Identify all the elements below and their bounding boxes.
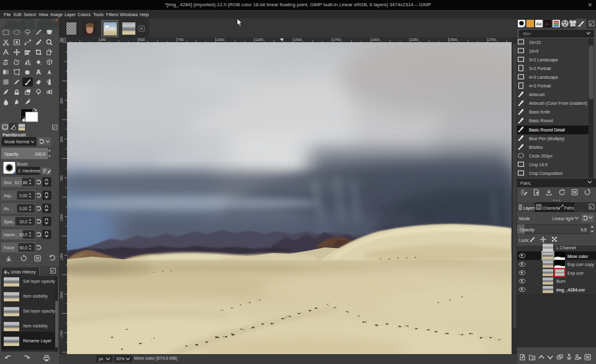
svg-text:1000: 1000 [217, 38, 224, 42]
svg-text:Brush: Brush [17, 162, 28, 166]
svg-text:2. Hardness 0: 2. Hardness 0 [18, 169, 43, 173]
svg-text:Exp corr: Exp corr [567, 271, 584, 276]
svg-text:0,00: 0,00 [19, 206, 27, 211]
svg-text:50,0: 50,0 [19, 246, 27, 250]
svg-text:Paths: Paths [564, 206, 574, 210]
svg-text:4×3 Portrait: 4×3 Portrait [529, 84, 551, 88]
svg-text:filter: filter [523, 32, 531, 36]
svg-text:0,00: 0,00 [19, 193, 27, 198]
svg-text:16×10: 16×10 [529, 40, 541, 45]
svg-text:500: 500 [60, 136, 63, 142]
svg-text:Aa: Aa [536, 22, 542, 26]
svg-text:Layers: Layers [523, 206, 535, 211]
svg-text:10,0: 10,0 [19, 220, 27, 224]
svg-text:Opacity: Opacity [520, 228, 535, 233]
svg-text:An...: An... [4, 206, 12, 211]
svg-text:Airbrush (Color From Gradient): Airbrush (Color From Gradient) [529, 101, 587, 106]
svg-text:3×2 Portrait: 3×2 Portrait [529, 66, 551, 71]
svg-text:1250: 1250 [256, 38, 263, 42]
svg-text:63,0: 63,0 [19, 233, 27, 237]
svg-text:250: 250 [101, 38, 106, 42]
svg-text:Force: Force [4, 246, 14, 250]
svg-text:More color: More color [567, 254, 589, 259]
svg-text:2000: 2000 [372, 38, 379, 42]
svg-text:Normal: Normal [16, 140, 30, 144]
svg-text:2750: 2750 [489, 38, 496, 42]
svg-text:Size: Size [4, 180, 12, 185]
svg-text:img_.4284.exr: img_.4284.exr [556, 288, 585, 293]
svg-text:Crop Composition: Crop Composition [529, 171, 563, 176]
svg-text:Basic Knife: Basic Knife [529, 110, 550, 114]
svg-text:Channels: Channels [543, 206, 559, 210]
svg-text:Asp...: Asp... [4, 193, 14, 198]
svg-text:Exp corr copy: Exp corr copy [567, 262, 594, 267]
svg-text:Airbrush: Airbrush [529, 92, 545, 97]
svg-text:1500: 1500 [60, 291, 63, 299]
svg-text:1750: 1750 [60, 331, 63, 338]
svg-text:16×9: 16×9 [529, 49, 539, 53]
svg-text:Paint,: Paint, [520, 181, 531, 185]
svg-text:1500: 1500 [294, 38, 302, 42]
svg-text:1750: 1750 [333, 38, 341, 42]
svg-text:1000: 1000 [60, 214, 63, 221]
svg-text:Circle 200px: Circle 200px [529, 154, 553, 159]
svg-text:Mode: Mode [519, 216, 530, 221]
svg-text:Lock:: Lock: [519, 238, 530, 242]
svg-text:Mode: Mode [4, 140, 15, 144]
svg-text:Opacity: Opacity [4, 152, 19, 157]
svg-text:Basic Round: Basic Round [529, 118, 553, 123]
svg-text:4×3 Landscape: 4×3 Landscape [529, 75, 558, 80]
svg-text:617,88: 617,88 [15, 180, 28, 185]
svg-text:Blue Pen (Multiply): Blue Pen (Multiply) [529, 136, 564, 141]
svg-text:L Channel: L Channel [556, 246, 576, 250]
svg-text:750: 750 [60, 175, 63, 181]
svg-text:2500: 2500 [449, 38, 457, 42]
svg-text:750: 750 [178, 38, 184, 42]
svg-text:Bristles: Bristles [529, 145, 543, 149]
svg-text:100,0: 100,0 [35, 152, 45, 156]
svg-text:1250: 1250 [60, 253, 63, 260]
svg-text:Basic Round Detail: Basic Round Detail [529, 128, 565, 132]
svg-text:Burn: Burn [556, 279, 566, 283]
svg-text:2250: 2250 [411, 38, 418, 42]
svg-text:250: 250 [60, 98, 63, 104]
svg-text:Crop 16:9: Crop 16:9 [529, 162, 548, 167]
svg-text:500: 500 [139, 38, 145, 42]
svg-text:Linear light: Linear light [553, 216, 574, 221]
svg-text:Paintbrush: Paintbrush [2, 132, 26, 138]
svg-text:Hardn...: Hardn... [4, 233, 19, 237]
svg-text:3×2 Landscape: 3×2 Landscape [529, 58, 558, 63]
svg-text:9,5: 9,5 [580, 228, 587, 232]
svg-text:Spac...: Spac... [4, 220, 17, 224]
